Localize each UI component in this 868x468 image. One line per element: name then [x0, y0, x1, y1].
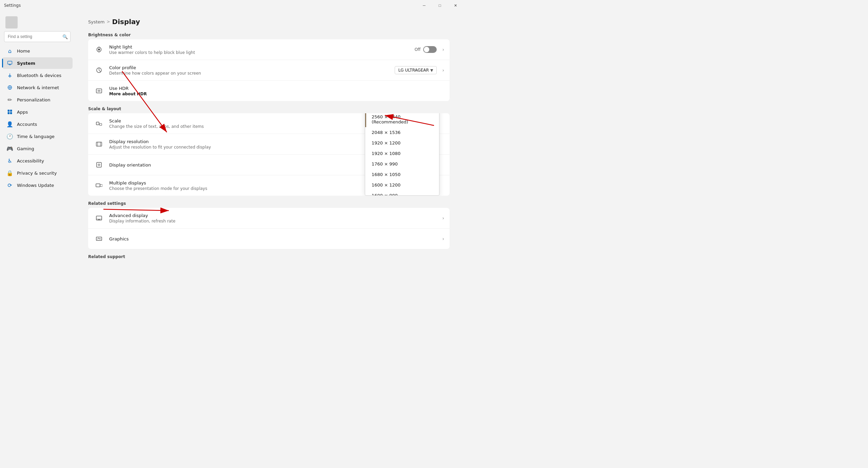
svg-rect-20	[96, 184, 100, 187]
gaming-icon: 🎮	[7, 145, 13, 152]
sidebar-item-system[interactable]: System	[2, 57, 73, 69]
resolution-option-10[interactable]: 1600 × 900	[365, 190, 439, 195]
night-light-toggle[interactable]	[423, 46, 437, 53]
svg-rect-19	[97, 162, 101, 167]
use-hdr-text: Use HDR More about HDR	[109, 86, 444, 96]
graphics-icon	[94, 233, 104, 244]
sidebar-item-personalization[interactable]: ✏️ Personalization	[2, 94, 73, 105]
accessibility-icon: ♿	[7, 158, 13, 164]
sidebar-item-label-apps: Apps	[17, 110, 28, 115]
graphics-row[interactable]: Graphics ›	[88, 229, 450, 249]
sidebar-item-label-privacy: Privacy & security	[17, 171, 57, 176]
sidebar-item-network[interactable]: Network & internet	[2, 82, 73, 93]
sidebar-item-label-network: Network & internet	[17, 85, 59, 90]
resolution-option-7[interactable]: 1760 × 990	[365, 159, 439, 169]
toggle-label: Off	[415, 47, 421, 52]
sidebar-item-label-gaming: Gaming	[17, 146, 34, 151]
avatar	[5, 16, 18, 28]
breadcrumb-parent[interactable]: System	[88, 19, 104, 24]
sidebar-item-label-home: Home	[17, 48, 30, 54]
advanced-display-chevron: ›	[442, 215, 444, 221]
svg-rect-7	[8, 112, 10, 114]
svg-rect-14	[96, 122, 99, 125]
display-resolution-icon	[94, 139, 104, 150]
sidebar-item-home[interactable]: ⌂ Home	[2, 45, 73, 57]
sidebar-item-bluetooth[interactable]: Bluetooth & devices	[2, 70, 73, 81]
privacy-icon: 🔒	[7, 170, 13, 176]
content-area: System > Display Brightness & color Nigh…	[75, 11, 463, 260]
sidebar-header	[0, 14, 75, 30]
bluetooth-icon	[7, 72, 13, 78]
sidebar-item-privacy[interactable]: 🔒 Privacy & security	[2, 167, 73, 179]
night-light-row[interactable]: Night light Use warmer colors to help bl…	[88, 39, 450, 60]
use-hdr-title: Use HDR	[109, 86, 444, 91]
maximize-button[interactable]: □	[432, 0, 448, 11]
night-light-subtitle: Use warmer colors to help block blue lig…	[109, 50, 409, 55]
sidebar-item-update[interactable]: ⟳ Windows Update	[2, 179, 73, 191]
svg-rect-5	[8, 110, 10, 112]
scale-layout-card: Scale Change the size of text, apps, and…	[88, 113, 450, 196]
night-light-title: Night light	[109, 44, 409, 50]
svg-rect-24	[98, 219, 100, 220]
titlebar: Settings ─ □ ✕	[0, 0, 463, 11]
breadcrumb: System > Display	[88, 18, 450, 26]
titlebar-controls: ─ □ ✕	[416, 0, 463, 11]
advanced-display-text: Advanced display Display information, re…	[109, 213, 442, 223]
color-profile-subtitle: Determine how colors appear on your scre…	[109, 71, 389, 76]
svg-rect-21	[100, 184, 102, 187]
minimize-button[interactable]: ─	[416, 0, 432, 11]
resolution-option-8[interactable]: 1680 × 1050	[365, 169, 439, 180]
update-icon: ⟳	[7, 182, 13, 188]
section-label-brightness: Brightness & color	[88, 33, 450, 37]
advanced-display-title: Advanced display	[109, 213, 442, 218]
search-input[interactable]	[4, 31, 71, 42]
svg-rect-2	[8, 64, 11, 65]
app-container: 🔍 ⌂ Home System Bluetooth & devices Netw…	[0, 11, 463, 260]
sidebar-item-label-accounts: Accounts	[17, 122, 37, 127]
breadcrumb-separator: >	[106, 19, 110, 24]
color-profile-dropdown[interactable]: LG ULTRAGEAR ▼	[395, 66, 437, 74]
sidebar-item-accounts[interactable]: 👤 Accounts	[2, 118, 73, 130]
personalization-icon: ✏️	[7, 97, 13, 103]
night-light-text: Night light Use warmer colors to help bl…	[109, 44, 409, 55]
system-icon	[7, 60, 13, 66]
resolution-option-3[interactable]: 2560 × 1440 (Recommended)	[365, 113, 439, 127]
resolution-option-5[interactable]: 1920 × 1200	[365, 138, 439, 148]
color-profile-control: LG ULTRAGEAR ▼ ›	[395, 66, 444, 74]
use-hdr-row[interactable]: Use HDR More about HDR	[88, 81, 450, 101]
color-profile-text: Color profile Determine how colors appea…	[109, 65, 389, 76]
display-resolution-row[interactable]: Display resolution Adjust the resolution…	[88, 134, 450, 155]
scale-icon	[94, 118, 104, 129]
resolution-option-4[interactable]: 2048 × 1536	[365, 127, 439, 138]
sidebar-item-apps[interactable]: Apps	[2, 106, 73, 118]
graphics-text: Graphics	[109, 236, 442, 241]
sidebar-item-time[interactable]: 🕐 Time & language	[2, 131, 73, 142]
close-button[interactable]: ✕	[448, 0, 463, 11]
resolution-option-9[interactable]: 1600 × 1200	[365, 180, 439, 190]
network-icon	[7, 84, 13, 91]
color-profile-icon	[94, 65, 104, 76]
search-icon: 🔍	[62, 34, 68, 39]
sidebar-item-label-time: Time & language	[17, 134, 55, 139]
multiple-displays-icon	[94, 180, 104, 191]
sidebar-item-accessibility[interactable]: ♿ Accessibility	[2, 155, 73, 167]
graphics-title: Graphics	[109, 236, 442, 241]
color-profile-chevron: ›	[442, 67, 444, 73]
sidebar-item-label-update: Windows Update	[17, 183, 54, 188]
color-profile-row[interactable]: Color profile Determine how colors appea…	[88, 60, 450, 81]
advanced-display-row[interactable]: Advanced display Display information, re…	[88, 208, 450, 229]
apps-icon	[7, 109, 13, 115]
time-icon: 🕐	[7, 133, 13, 139]
svg-point-9	[98, 48, 100, 51]
resolution-list: 3840 × 2160 3200 × 1800 3072 × 1728 2560…	[365, 113, 439, 195]
sidebar-item-label-bluetooth: Bluetooth & devices	[17, 73, 61, 78]
home-icon: ⌂	[7, 48, 13, 54]
resolution-option-6[interactable]: 1920 × 1080	[365, 148, 439, 159]
night-light-control: Off ›	[415, 46, 444, 53]
use-hdr-icon	[94, 85, 104, 96]
sidebar-item-label-personalization: Personalization	[17, 97, 51, 102]
sidebar-item-gaming[interactable]: 🎮 Gaming	[2, 143, 73, 154]
sidebar-item-label-system: System	[17, 61, 35, 66]
color-profile-title: Color profile	[109, 65, 389, 70]
brightness-color-card: Night light Use warmer colors to help bl…	[88, 39, 450, 101]
